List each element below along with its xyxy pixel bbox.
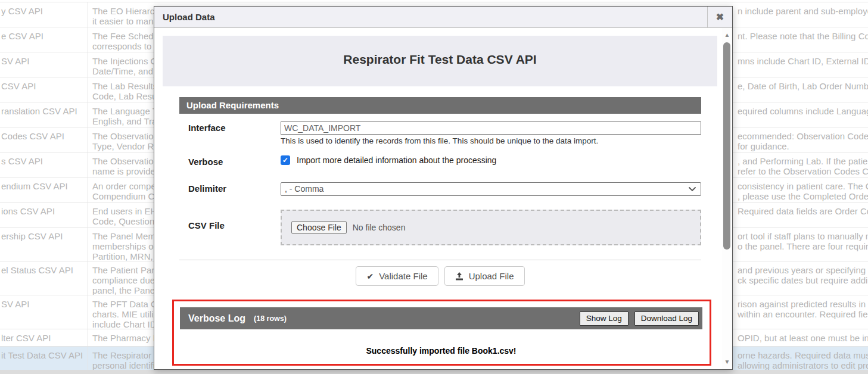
file-chosen-status: No file chosen xyxy=(353,223,406,232)
api-name-cell: SV API xyxy=(0,295,88,329)
delimiter-select[interactable]: , - Comma xyxy=(281,182,701,196)
upload-data-modal: Upload Data ✖ Respirator Fit Test Data C… xyxy=(154,6,733,370)
interface-help: This is used to identify the records fro… xyxy=(281,136,701,145)
api-name-cell: ranslation CSV API xyxy=(0,102,88,127)
page-bottom-bar xyxy=(0,370,868,374)
file-drop-zone[interactable]: Choose File No file chosen xyxy=(281,210,701,245)
interface-input[interactable] xyxy=(281,121,701,135)
api-name-cell: y CSV API xyxy=(0,2,88,27)
api-name-cell: e CSV API xyxy=(0,27,88,52)
upload-file-button[interactable]: Upload File xyxy=(444,266,525,286)
choose-file-button[interactable]: Choose File xyxy=(291,221,347,234)
verbose-log-row-count: (18 rows) xyxy=(254,314,287,323)
api-name-cell: ership CSV API xyxy=(0,227,88,261)
title-band: Respirator Fit Test Data CSV API xyxy=(163,36,717,86)
upload-icon xyxy=(455,272,463,280)
scrollbar-thumb[interactable] xyxy=(723,42,730,250)
api-name-cell: s CSV API xyxy=(0,152,88,177)
verbose-label: Verbose xyxy=(179,155,281,167)
api-name-cell: ions CSV API xyxy=(0,202,88,227)
api-heading: Respirator Fit Test Data CSV API xyxy=(163,36,717,67)
validate-file-label: Validate File xyxy=(379,271,427,281)
csv-file-row: CSV File Choose File No file chosen xyxy=(179,210,701,245)
api-name-cell: endium CSV API xyxy=(0,177,88,202)
interface-label: Interface xyxy=(179,121,281,133)
scroll-down-icon[interactable]: ▼ xyxy=(722,357,732,367)
modal-title: Upload Data xyxy=(154,7,732,28)
scroll-up-icon[interactable]: ▲ xyxy=(722,30,732,40)
show-log-button[interactable]: Show Log xyxy=(580,311,629,326)
validate-file-button[interactable]: ✔ Validate File xyxy=(356,266,438,286)
modal-body: Respirator Fit Test Data CSV API Upload … xyxy=(154,28,732,369)
close-icon[interactable]: ✖ xyxy=(707,7,732,28)
chevron-down-icon xyxy=(689,187,696,192)
checkmark-icon: ✔ xyxy=(366,272,374,281)
download-log-button[interactable]: Download Log xyxy=(634,311,699,326)
verbose-row: Verbose ✓ Import more detailed informati… xyxy=(179,155,701,167)
api-name-cell: SV API xyxy=(0,52,88,77)
csv-file-label: CSV File xyxy=(179,210,281,230)
api-name-cell: lter CSV API xyxy=(0,329,88,346)
api-name-cell: Codes CSV API xyxy=(0,127,88,152)
upload-requirements-header: Upload Requirements xyxy=(179,97,701,114)
verbose-log-title: Verbose Log xyxy=(188,313,245,324)
api-name-cell: el Status CSV API xyxy=(0,261,88,295)
modal-header: Upload Data ✖ xyxy=(154,7,732,28)
modal-scrollbar[interactable]: ▲ ▼ xyxy=(722,28,732,369)
verbose-log-header: Verbose Log (18 rows) Show Log Download … xyxy=(180,307,702,329)
interface-row: Interface This is used to identify the r… xyxy=(179,121,701,145)
delimiter-label: Delimiter xyxy=(179,182,281,194)
action-buttons: ✔ Validate File Upload File xyxy=(179,266,701,286)
delimiter-selected-value: , - Comma xyxy=(285,184,323,194)
import-success-message: Successfully imported file Book1.csv! xyxy=(180,346,702,356)
api-name-cell: CSV API xyxy=(0,77,88,102)
divider xyxy=(179,260,701,260)
verbose-log-highlight-box: Verbose Log (18 rows) Show Log Download … xyxy=(172,300,711,366)
upload-file-label: Upload File xyxy=(469,271,514,281)
verbose-checkbox-label: Import more detailed information about t… xyxy=(297,155,496,165)
verbose-checkbox[interactable]: ✓ xyxy=(281,155,290,165)
delimiter-row: Delimiter , - Comma xyxy=(179,182,701,196)
